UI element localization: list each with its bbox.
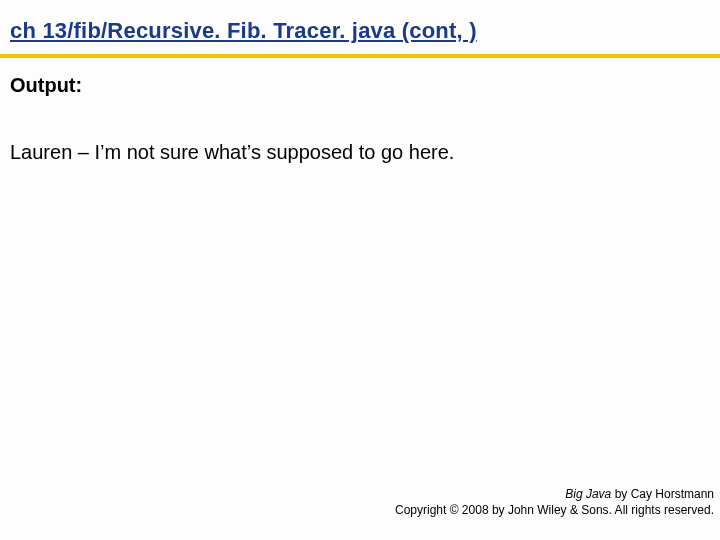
body-text: Lauren – I’m not sure what’s supposed to… [10, 141, 710, 164]
footer-book-title: Big Java [565, 487, 611, 501]
slide-title: ch 13/fib/Recursive. Fib. Tracer. java (… [10, 18, 477, 43]
title-bar: ch 13/fib/Recursive. Fib. Tracer. java (… [0, 0, 720, 50]
output-heading: Output: [10, 74, 710, 97]
slide: ch 13/fib/Recursive. Fib. Tracer. java (… [0, 0, 720, 540]
footer-byline: by Cay Horstmann [611, 487, 714, 501]
footer-copyright: Copyright © 2008 by John Wiley & Sons. A… [395, 502, 714, 518]
footer: Big Java by Cay Horstmann Copyright © 20… [395, 486, 714, 518]
footer-line-1: Big Java by Cay Horstmann [395, 486, 714, 502]
slide-body: Output: Lauren – I’m not sure what’s sup… [0, 58, 720, 164]
